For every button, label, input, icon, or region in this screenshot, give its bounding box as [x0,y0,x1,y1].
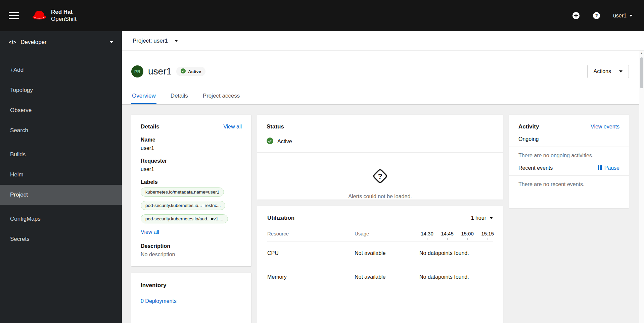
perspective-label: Developer [20,39,47,46]
svg-text:?: ? [595,13,598,18]
sidebar-item-builds[interactable]: Builds [0,145,122,165]
name-value: user1 [141,145,242,151]
sidebar-item-search[interactable]: Search [0,120,122,141]
add-circle-icon[interactable] [572,12,580,19]
brand-line1: Red Hat [51,9,77,15]
label-chip[interactable]: pod-security.kubernetes.io/aud...=v1.... [141,214,228,223]
nav-section-gap [0,205,122,209]
utilization-row-cpu: CPU Not available No datapoints found. [267,241,493,265]
sidebar: </> Developer +Add Topology Observe Sear… [0,31,122,323]
user-menu[interactable]: user1 [613,13,633,19]
time-tick-label: 15:15 [480,231,495,236]
scrollbar-thumb[interactable] [640,57,643,88]
labels-label: Labels [141,179,242,185]
resource-usage: Not available [355,274,413,280]
recent-events-label: Recent events [518,165,553,171]
ongoing-empty-message: There are no ongoing activities. [509,147,629,164]
scroll-up-arrow[interactable]: ▲ [639,52,644,55]
resource-usage: Not available [355,250,413,256]
duration-value: 1 hour [471,215,486,221]
chevron-down-icon [490,217,493,219]
user-menu-label: user1 [613,13,627,19]
resource-datapoints: No datapoints found. [413,274,493,280]
activity-card: Activity View events Ongoing There are n… [509,115,629,208]
check-circle-icon [181,68,186,74]
actions-dropdown-button[interactable]: Actions [587,65,629,78]
chevron-down-icon [629,15,633,17]
tab-overview[interactable]: Overview [131,88,156,104]
chevron-down-icon [110,41,113,43]
description-label: Description [141,243,242,249]
label-chip[interactable]: kubernetes.io/metadata.name=user1 [141,187,224,197]
brand-logo: Red Hat OpenShift [32,9,77,22]
utilization-row-memory: Memory Not available No datapoints found… [267,265,493,289]
inventory-card-title: Inventory [141,282,167,289]
status-card-title: Status [267,123,284,130]
alerts-empty-message: Alerts could not be loaded. [348,194,412,200]
activity-card-title: Activity [518,123,539,130]
help-icon[interactable]: ? [593,12,600,19]
svg-text:?: ? [378,172,382,180]
brand-line2: OpenShift [51,16,77,22]
project-resource-badge: PR [131,65,143,77]
recent-empty-message: There are no recent events. [509,176,629,193]
resource-name: CPU [267,250,355,256]
project-selector[interactable]: Project: user1 [122,31,644,51]
code-icon: </> [9,40,16,45]
project-selector-label: Project: user1 [133,38,168,44]
tab-bar: Overview Details Project access [131,88,629,104]
duration-dropdown[interactable]: 1 hour [471,215,493,221]
view-events-link[interactable]: View events [591,124,619,130]
ongoing-section-label: Ongoing [509,130,629,147]
time-tick-label: 14:30 [419,231,435,236]
page-title: user1 [148,66,172,77]
utilization-card-title: Utilization [267,215,294,221]
check-circle-icon [267,138,273,146]
sidebar-item-configmaps[interactable]: ConfigMaps [0,209,122,229]
status-value: Active [277,139,292,145]
label-chip[interactable]: pod-security.kubernetes.io...=restric... [141,201,225,210]
utilization-card: Utilization 1 hour Resource Usage 14:30 … [257,206,503,323]
labels-view-all-link[interactable]: View all [141,229,159,235]
actions-label: Actions [594,68,611,74]
perspective-switcher[interactable]: </> Developer [0,31,122,53]
sidebar-item-helm[interactable]: Helm [0,165,122,185]
time-tick-label: 14:45 [440,231,455,236]
sidebar-item-secrets[interactable]: Secrets [0,229,122,249]
details-card: Details View all Name user1 Requester us… [131,115,251,266]
sidebar-item-project[interactable]: Project [0,185,122,205]
redhat-hat-icon [32,10,47,22]
requester-label: Requester [141,158,242,164]
resource-column-header: Resource [267,231,355,236]
overview-dashboard: Details View all Name user1 Requester us… [122,105,644,323]
time-tick-label: 15:00 [460,231,475,236]
nav-section-gap [0,141,122,145]
resource-datapoints: No datapoints found. [413,250,493,256]
pause-events-button[interactable]: Pause [598,165,619,171]
status-badge: Active [176,67,205,76]
chevron-down-icon [619,70,623,72]
main-content: Project: user1 PR user1 Active Act [122,31,644,323]
details-view-all-link[interactable]: View all [223,124,242,130]
deployments-link[interactable]: 0 Deployments [141,298,177,304]
sidebar-item-topology[interactable]: Topology [0,80,122,100]
inventory-card: Inventory 0 Deployments [131,273,251,323]
nav-toggle-button[interactable] [9,12,19,19]
masthead: Red Hat OpenShift ? user1 [0,0,644,31]
usage-column-header: Usage [355,231,413,236]
status-card: Status Active [257,115,503,200]
vertical-scrollbar[interactable]: ▲ [639,51,644,323]
details-card-title: Details [141,123,159,130]
resource-name: Memory [267,274,355,280]
sidebar-item-observe[interactable]: Observe [0,100,122,120]
status-badge-label: Active [188,69,201,74]
name-label: Name [141,137,242,143]
pause-icon [598,165,602,171]
unknown-alert-icon: ? [371,167,389,187]
pause-label: Pause [604,165,619,171]
tab-project-access[interactable]: Project access [202,88,241,104]
tab-details[interactable]: Details [170,88,189,104]
page-header: PR user1 Active Actions O [122,51,644,105]
requester-value: user1 [141,166,242,172]
sidebar-item-add[interactable]: +Add [0,60,122,80]
